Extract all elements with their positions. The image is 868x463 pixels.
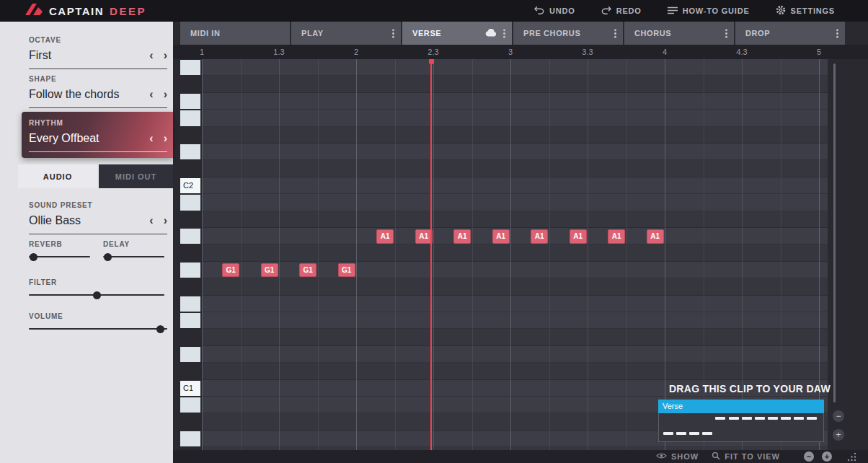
piano-key-a0[interactable]: [180, 431, 200, 446]
delay-slider[interactable]: [103, 252, 164, 261]
resize-grip-icon[interactable]: [847, 452, 856, 462]
piano-key-d1[interactable]: [180, 347, 200, 362]
captain-deep-app: CAPTAIN DEEP UNDO REDO HOW-TO GUIDE: [0, 0, 868, 463]
volume-label: VOLUME: [29, 312, 63, 320]
sidebar: OCTAVE First ‹ › SHAPE Follow the chords…: [0, 22, 173, 463]
note-a1[interactable]: A1: [492, 229, 510, 244]
piano-key-d2[interactable]: [180, 144, 200, 159]
gear-icon: [776, 5, 786, 17]
show-button[interactable]: SHOW: [656, 452, 699, 461]
section-tab-label: PLAY: [301, 29, 324, 38]
note-g1[interactable]: G1: [338, 263, 355, 278]
zoom-out-button[interactable]: −: [804, 451, 814, 462]
piano-key-f2[interactable]: [180, 94, 200, 109]
sound-preset-selector: SOUND PRESET Ollie Bass ‹ ›: [29, 201, 167, 234]
shape-next-button[interactable]: ›: [164, 89, 167, 100]
note-g1[interactable]: G1: [261, 263, 278, 278]
clip-name: Verse: [663, 402, 683, 410]
kebab-menu-icon[interactable]: [503, 29, 505, 38]
rhythm-value: Every Offbeat: [29, 132, 99, 145]
piano-key-f1[interactable]: [180, 296, 200, 312]
scroll-zoom-in-button[interactable]: +: [833, 429, 844, 441]
redo-label: REDO: [616, 6, 642, 15]
reverb-slider[interactable]: [29, 252, 90, 261]
rhythm-prev-button[interactable]: ‹: [149, 133, 153, 144]
piano-key-b0[interactable]: [180, 397, 200, 413]
rhythm-next-button[interactable]: ›: [164, 133, 167, 144]
section-tab-midi-in[interactable]: MIDI IN: [180, 22, 290, 45]
volume-slider[interactable]: [29, 325, 167, 333]
preset-next-button[interactable]: ›: [164, 215, 167, 226]
brand: CAPTAIN DEEP: [25, 3, 146, 19]
slider-knob[interactable]: [30, 253, 37, 261]
zoom-in-button[interactable]: +: [822, 451, 832, 462]
settings-button[interactable]: SETTINGS: [776, 5, 835, 17]
kebab-menu-icon[interactable]: [392, 29, 394, 38]
slider-knob[interactable]: [104, 253, 112, 261]
section-tab-label: MIDI IN: [190, 29, 220, 38]
section-tab-drop[interactable]: DROP: [735, 22, 845, 45]
timeline-ruler[interactable]: 11.322.333.344.35: [173, 45, 868, 59]
drag-clip-widget[interactable]: Verse: [658, 400, 824, 442]
clip-note-dash: [755, 417, 765, 420]
note-g1[interactable]: G1: [299, 263, 316, 278]
piano-key-g2[interactable]: [180, 60, 200, 75]
playhead[interactable]: [430, 59, 432, 450]
cloud-icon: [485, 27, 497, 40]
show-label: SHOW: [671, 452, 699, 461]
redo-icon: [601, 6, 611, 16]
note-a1[interactable]: A1: [570, 229, 587, 244]
section-tab-label: PRE CHORUS: [523, 29, 580, 38]
section-tab-verse[interactable]: VERSE: [402, 22, 512, 45]
chevron-left-icon: ‹: [149, 88, 153, 100]
shape-prev-button[interactable]: ‹: [149, 89, 153, 100]
note-a1[interactable]: A1: [647, 229, 664, 244]
octave-value: First: [29, 49, 51, 62]
chevron-right-icon: ›: [164, 88, 167, 100]
fit-to-view-button[interactable]: FIT TO VIEW: [712, 451, 780, 462]
section-tab-play[interactable]: PLAY: [291, 22, 401, 45]
clip-note-dash: [689, 432, 699, 435]
piano-key-b1[interactable]: [180, 195, 200, 210]
preset-prev-button[interactable]: ‹: [149, 215, 153, 226]
octave-label: OCTAVE: [29, 36, 167, 44]
piano-key-c1[interactable]: C1: [180, 381, 200, 396]
redo-button[interactable]: REDO: [601, 6, 642, 16]
octave-prev-button[interactable]: ‹: [149, 50, 153, 61]
section-tab-pre-chorus[interactable]: PRE CHORUS: [513, 22, 623, 45]
clip-note-dash: [781, 417, 791, 420]
note-a1[interactable]: A1: [376, 229, 394, 244]
piano-key-g1[interactable]: [180, 263, 200, 278]
note-a1[interactable]: A1: [531, 229, 548, 244]
tab-midi-out[interactable]: MIDI OUT: [99, 164, 173, 188]
section-tab-label: VERSE: [412, 29, 441, 38]
piano-key-e2[interactable]: [180, 110, 200, 125]
undo-button[interactable]: UNDO: [534, 6, 575, 16]
vertical-scrollbar[interactable]: [833, 63, 836, 402]
clip-note-dash: [676, 432, 686, 435]
slider-knob[interactable]: [93, 291, 101, 299]
clip-note-dash: [768, 417, 778, 420]
note-a1[interactable]: A1: [608, 229, 625, 244]
rhythm-panel[interactable]: RHYTHM Every Offbeat ‹ ›: [22, 112, 173, 158]
tab-audio[interactable]: AUDIO: [18, 164, 97, 188]
kebab-menu-icon[interactable]: [836, 29, 838, 38]
octave-next-button[interactable]: ›: [164, 50, 167, 61]
rhythm-label: RHYTHM: [29, 119, 167, 127]
playhead-cap-icon: [429, 59, 434, 64]
note-a1[interactable]: A1: [453, 229, 471, 244]
slider-track: [29, 328, 167, 330]
piano-key-e1[interactable]: [180, 313, 200, 328]
kebab-menu-icon[interactable]: [614, 29, 616, 38]
slider-knob[interactable]: [156, 325, 164, 333]
scroll-zoom-out-button[interactable]: −: [833, 410, 844, 422]
clip-note-dash: [663, 432, 673, 435]
piano-key-c2[interactable]: C2: [180, 178, 200, 193]
piano-key-a1[interactable]: [180, 229, 200, 244]
filter-slider[interactable]: [29, 291, 164, 299]
note-g1[interactable]: G1: [222, 263, 239, 278]
how-to-guide-button[interactable]: HOW-TO GUIDE: [668, 6, 750, 16]
ruler-tick: 3: [508, 48, 513, 56]
kebab-menu-icon[interactable]: [725, 29, 727, 38]
section-tab-chorus[interactable]: CHORUS: [624, 22, 734, 45]
